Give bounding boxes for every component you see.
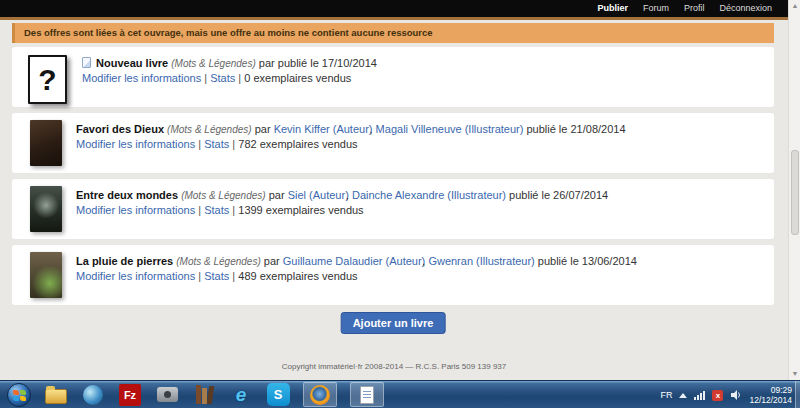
book-cover[interactable] bbox=[30, 120, 62, 166]
par-label: par bbox=[264, 255, 280, 267]
separator: | bbox=[198, 204, 201, 216]
hidden-icons-caret-icon[interactable] bbox=[679, 393, 687, 398]
book-header-line: Entre deux mondes (Mots & Légendes) par … bbox=[76, 188, 608, 203]
illustrator-link[interactable]: Gwenran (Illustrateur) bbox=[428, 255, 534, 267]
book-cover-placeholder[interactable]: ? bbox=[28, 55, 67, 104]
sales-count: 0 exemplaires vendus bbox=[244, 72, 351, 84]
published-date: publié le 21/08/2014 bbox=[526, 123, 625, 135]
nav-item-publier[interactable]: Publier bbox=[597, 0, 628, 17]
document-app-taskbar-button[interactable] bbox=[350, 382, 384, 407]
nav-item-profil[interactable]: Profil bbox=[684, 0, 705, 17]
book-cover[interactable] bbox=[30, 252, 62, 298]
clock-date: 12/12/2014 bbox=[749, 395, 792, 405]
edit-info-link[interactable]: Modifier les informations bbox=[76, 138, 195, 150]
book-cover[interactable] bbox=[30, 186, 62, 232]
stats-link[interactable]: Stats bbox=[204, 270, 229, 282]
filezilla-icon[interactable]: Fz bbox=[118, 383, 142, 407]
book-links-line: Modifier les informations | Stats | 782 … bbox=[76, 137, 626, 152]
sales-count: 1399 exemplaires vendus bbox=[238, 204, 363, 216]
book-row: La pluie de pierres (Mots & Légendes) pa… bbox=[12, 245, 774, 305]
book-links-line: Modifier les informations | Stats | 489 … bbox=[76, 269, 637, 284]
taskbar-clock[interactable]: 09:29 12/12/2014 bbox=[749, 385, 792, 405]
camera-app-icon[interactable] bbox=[155, 383, 179, 407]
author-separator: , bbox=[369, 123, 372, 135]
book-row: Favori des Dieux (Mots & Légendes) par K… bbox=[12, 113, 774, 173]
stats-link[interactable]: Stats bbox=[204, 204, 229, 216]
top-navbar: Publier Forum Profil Déconnexion bbox=[0, 0, 788, 17]
separator: | bbox=[232, 204, 235, 216]
illustrator-link[interactable]: Magali Villeneuve (Illustrateur) bbox=[376, 123, 524, 135]
book-links-line: Modifier les informations | Stats | 1399… bbox=[76, 203, 608, 218]
scroll-up-arrow-icon[interactable]: ▲ bbox=[789, 0, 800, 12]
author-link[interactable]: Siel (Auteur) bbox=[288, 189, 349, 201]
par-label: par bbox=[269, 189, 285, 201]
book-title: Nouveau livre bbox=[96, 57, 168, 69]
nav-item-deconnexion[interactable]: Déconnexion bbox=[719, 0, 772, 17]
separator: | bbox=[204, 72, 207, 84]
clock-time: 09:29 bbox=[749, 385, 792, 395]
par-label: par bbox=[255, 123, 271, 135]
book-series: (Mots & Légendes) bbox=[171, 58, 256, 69]
separator: | bbox=[238, 72, 241, 84]
illustrator-link[interactable]: Dainche Alexandre (Illustrateur) bbox=[352, 189, 506, 201]
published-date: publié le 13/06/2014 bbox=[538, 255, 637, 267]
author-separator: , bbox=[346, 189, 349, 201]
edit-info-link[interactable]: Modifier les informations bbox=[82, 72, 201, 84]
scroll-down-arrow-icon[interactable]: ▼ bbox=[789, 368, 800, 380]
calibre-library-icon[interactable] bbox=[192, 383, 216, 407]
book-links-line: Modifier les informations | Stats | 0 ex… bbox=[82, 71, 377, 86]
book-series: (Mots & Légendes) bbox=[167, 124, 252, 135]
book-header-line: Favori des Dieux (Mots & Légendes) par K… bbox=[76, 122, 626, 137]
published-date: publié le 17/10/2014 bbox=[278, 57, 377, 69]
book-series: (Mots & Légendes) bbox=[176, 256, 261, 267]
language-indicator[interactable]: FR bbox=[660, 390, 672, 400]
windows-explorer-icon[interactable] bbox=[44, 383, 68, 407]
book-row: ? Nouveau livre (Mots & Légendes) par pu… bbox=[12, 47, 774, 107]
firefox-taskbar-button[interactable] bbox=[303, 382, 337, 407]
book-header-line: La pluie de pierres (Mots & Légendes) pa… bbox=[76, 254, 637, 269]
copyright-footer: Copyright immatériel·fr 2008-2014 — R.C.… bbox=[0, 362, 788, 371]
scrollbar-thumb[interactable] bbox=[791, 150, 799, 235]
author-separator: , bbox=[422, 255, 425, 267]
edit-info-link[interactable]: Modifier les informations bbox=[76, 204, 195, 216]
document-icon bbox=[360, 386, 374, 404]
edit-info-link[interactable]: Modifier les informations bbox=[76, 270, 195, 282]
windows-taskbar: Fz e S FR x 09:29 12/12/2014 bbox=[0, 380, 800, 408]
volume-icon[interactable] bbox=[730, 389, 742, 401]
internet-explorer-icon[interactable]: e bbox=[229, 383, 253, 407]
separator: | bbox=[198, 138, 201, 150]
nav-item-forum[interactable]: Forum bbox=[643, 0, 669, 17]
system-tray: FR x 09:29 12/12/2014 bbox=[660, 381, 792, 408]
author-link[interactable]: Kevin Kiffer (Auteur) bbox=[274, 123, 373, 135]
warning-banner: Des offres sont liées à cet ouvrage, mai… bbox=[12, 23, 774, 43]
separator: | bbox=[198, 270, 201, 282]
separator: | bbox=[232, 270, 235, 282]
sales-count: 782 exemplaires vendus bbox=[238, 138, 357, 150]
vertical-scrollbar[interactable]: ▲ ▼ bbox=[788, 0, 800, 380]
book-series: (Mots & Légendes) bbox=[181, 190, 266, 201]
media-player-icon[interactable] bbox=[81, 383, 105, 407]
action-center-icon[interactable]: x bbox=[712, 390, 723, 401]
firefox-icon bbox=[310, 385, 330, 405]
network-signal-icon[interactable] bbox=[694, 391, 705, 400]
stats-link[interactable]: Stats bbox=[204, 138, 229, 150]
book-title: La pluie de pierres bbox=[76, 255, 173, 267]
start-button[interactable] bbox=[7, 383, 31, 407]
show-desktop-button[interactable] bbox=[795, 381, 800, 408]
published-date: publié le 26/07/2014 bbox=[509, 189, 608, 201]
separator: | bbox=[232, 138, 235, 150]
new-page-icon bbox=[82, 57, 91, 68]
nav-accent-strip bbox=[0, 17, 788, 20]
skype-icon[interactable]: S bbox=[266, 383, 290, 407]
windows-logo-icon bbox=[13, 390, 26, 401]
author-link[interactable]: Guillaume Dalaudier (Auteur) bbox=[283, 255, 425, 267]
add-book-button[interactable]: Ajouter un livre bbox=[341, 312, 446, 334]
sales-count: 489 exemplaires vendus bbox=[238, 270, 357, 282]
book-title: Favori des Dieux bbox=[76, 123, 164, 135]
book-title: Entre deux mondes bbox=[76, 189, 178, 201]
par-label: par bbox=[259, 57, 275, 69]
book-row: Entre deux mondes (Mots & Légendes) par … bbox=[12, 179, 774, 239]
book-header-line: Nouveau livre (Mots & Légendes) par publ… bbox=[82, 56, 377, 71]
stats-link[interactable]: Stats bbox=[210, 72, 235, 84]
